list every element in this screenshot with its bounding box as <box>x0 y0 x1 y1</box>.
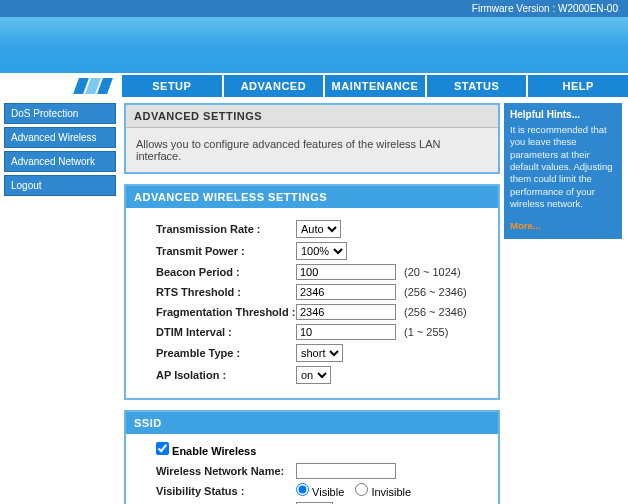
range-dtim: (1 ~ 255) <box>404 326 448 338</box>
radio-visible[interactable] <box>296 483 309 496</box>
nav-row: SETUP ADVANCED MAINTENANCE STATUS HELP <box>0 75 628 97</box>
input-dtim[interactable] <box>296 324 396 340</box>
label-frag: Fragmentation Threshold : <box>136 306 296 318</box>
label-visibility: Visibility Status : <box>136 485 296 497</box>
select-preamble[interactable]: short <box>296 344 343 362</box>
tab-help[interactable]: HELP <box>526 75 628 97</box>
label-enable-wireless: Enable Wireless <box>172 445 256 457</box>
tab-maintenance[interactable]: MAINTENANCE <box>323 75 425 97</box>
sidebar-item-dos[interactable]: DoS Protection <box>4 103 116 124</box>
label-beacon: Beacon Period : <box>136 266 296 278</box>
hints-body: It is recommended that you leave these p… <box>504 124 622 216</box>
select-tx-rate[interactable]: Auto <box>296 220 341 238</box>
logo-slashes <box>0 75 120 97</box>
label-network-name: Wireless Network Name: <box>136 465 296 477</box>
hints-title: Helpful Hints... <box>504 103 622 124</box>
range-rts: (256 ~ 2346) <box>404 286 467 298</box>
helpful-hints: Helpful Hints... It is recommended that … <box>504 103 622 239</box>
input-rts[interactable] <box>296 284 396 300</box>
tab-advanced[interactable]: ADVANCED <box>222 75 324 97</box>
input-frag[interactable] <box>296 304 396 320</box>
firmware-version: Firmware Version : W2000EN-00 <box>0 0 628 17</box>
sidebar-item-logout[interactable]: Logout <box>4 175 116 196</box>
panel-advanced-wireless: ADVANCED WIRELESS SETTINGS Transmission … <box>124 184 500 400</box>
select-apiso[interactable]: on <box>296 366 331 384</box>
header-banner <box>0 17 628 75</box>
tab-status[interactable]: STATUS <box>425 75 527 97</box>
checkbox-enable-wireless[interactable] <box>156 442 169 455</box>
sidebar: DoS Protection Advanced Wireless Advance… <box>0 97 120 199</box>
label-apiso: AP Isolation : <box>136 369 296 381</box>
input-beacon[interactable] <box>296 264 396 280</box>
label-tx-power: Transmit Power : <box>136 245 296 257</box>
label-dtim: DTIM Interval : <box>136 326 296 338</box>
panel-title: ADVANCED SETTINGS <box>126 105 498 128</box>
tab-setup[interactable]: SETUP <box>120 75 222 97</box>
hints-more-link[interactable]: More... <box>504 216 622 239</box>
label-preamble: Preamble Type : <box>136 347 296 359</box>
panel-title: ADVANCED WIRELESS SETTINGS <box>126 186 498 208</box>
sidebar-item-advanced-network[interactable]: Advanced Network <box>4 151 116 172</box>
range-beacon: (20 ~ 1024) <box>404 266 461 278</box>
radio-invisible[interactable] <box>355 483 368 496</box>
range-frag: (256 ~ 2346) <box>404 306 467 318</box>
label-invisible: Invisible <box>371 486 411 498</box>
label-rts: RTS Threshold : <box>136 286 296 298</box>
panel-ssid: SSID Enable Wireless Wireless Network Na… <box>124 410 500 504</box>
panel-title: SSID <box>126 412 498 434</box>
label-tx-rate: Transmission Rate : <box>136 223 296 235</box>
label-visible: Visible <box>312 486 344 498</box>
input-network-name[interactable] <box>296 463 396 479</box>
select-tx-power[interactable]: 100% <box>296 242 347 260</box>
panel-advanced-settings: ADVANCED SETTINGS Allows you to configur… <box>124 103 500 174</box>
panel-description: Allows you to configure advanced feature… <box>126 128 498 172</box>
sidebar-item-advanced-wireless[interactable]: Advanced Wireless <box>4 127 116 148</box>
